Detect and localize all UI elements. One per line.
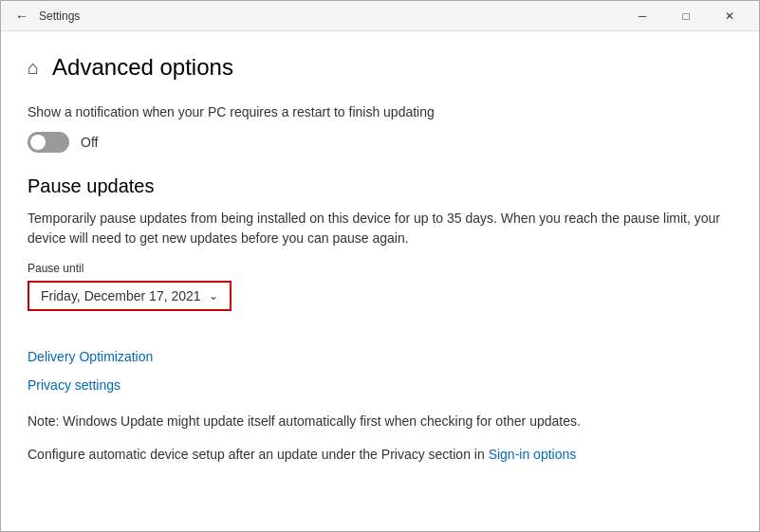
date-value: Friday, December 17, 2021	[41, 288, 201, 303]
pause-description: Temporarily pause updates from being ins…	[28, 209, 732, 248]
pause-updates-heading: Pause updates	[28, 175, 732, 197]
page-title: Advanced options	[52, 54, 233, 81]
configure-text-before: Configure automatic device setup after a…	[28, 447, 489, 462]
notification-label: Show a notification when your PC require…	[28, 103, 732, 122]
pause-until-label: Pause until	[28, 262, 732, 275]
home-icon: ⌂	[28, 57, 39, 79]
close-button[interactable]: ✕	[708, 1, 751, 31]
content-area: ⌂ Advanced options Show a notification w…	[1, 31, 759, 531]
configure-text: Configure automatic device setup after a…	[28, 445, 732, 465]
chevron-down-icon: ⌄	[209, 289, 218, 303]
notification-toggle[interactable]	[28, 132, 69, 153]
notification-section: Show a notification when your PC require…	[28, 103, 732, 153]
toggle-knob	[30, 135, 46, 150]
note-text: Note: Windows Update might update itself…	[28, 412, 732, 431]
pause-updates-section: Pause updates Temporarily pause updates …	[28, 175, 732, 330]
minimize-button[interactable]: ─	[621, 1, 664, 31]
delivery-optimization-link[interactable]: Delivery Optimization	[28, 349, 732, 364]
privacy-settings-link[interactable]: Privacy settings	[28, 377, 732, 393]
titlebar: ← Settings ─ □ ✕	[1, 1, 759, 31]
pause-date-dropdown[interactable]: Friday, December 17, 2021 ⌄	[28, 281, 232, 311]
settings-window: ← Settings ─ □ ✕ ⌂ Advanced options Show…	[0, 0, 760, 532]
toggle-row: Off	[28, 132, 732, 153]
window-controls: ─ □ ✕	[621, 1, 751, 31]
links-section: Delivery Optimization Privacy settings	[28, 349, 732, 393]
page-header: ⌂ Advanced options	[28, 54, 732, 81]
window-title: Settings	[39, 9, 621, 23]
back-button[interactable]: ←	[9, 3, 35, 29]
toggle-state-label: Off	[81, 135, 98, 150]
notes-section: Note: Windows Update might update itself…	[28, 412, 732, 465]
sign-in-options-link[interactable]: Sign-in options	[489, 447, 577, 462]
maximize-button[interactable]: □	[664, 1, 708, 31]
